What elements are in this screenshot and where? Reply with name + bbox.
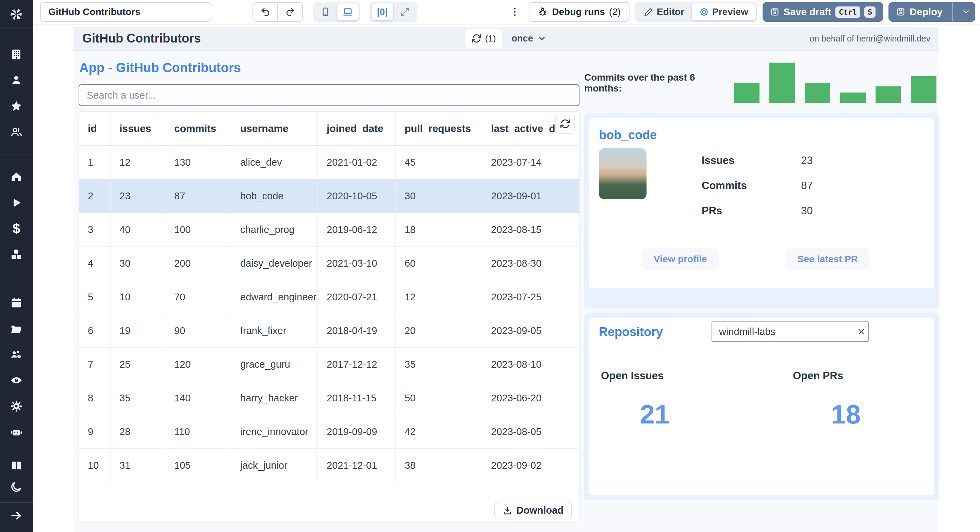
desktop-view-button[interactable] [337, 3, 359, 21]
table-cell: 20 [396, 314, 482, 347]
undo-button[interactable] [253, 2, 278, 22]
table-row[interactable]: 51070edward_engineer2020-07-21122023-07-… [79, 280, 579, 314]
refresh-icon [560, 118, 571, 129]
gear-icon [10, 400, 23, 413]
repository-title: Repository [599, 325, 663, 339]
table-cell: 2019-09-09 [318, 415, 396, 448]
sidebar-item-resources[interactable] [0, 241, 33, 267]
sidebar-item-groups[interactable] [0, 119, 33, 145]
table-row[interactable]: 430200daisy_developer2021-03-10602023-08… [79, 247, 579, 280]
table-cell: grace_guru [231, 348, 318, 381]
stat-row: Commits87 [702, 178, 892, 193]
redo-icon [285, 7, 295, 17]
table-cell: 30 [396, 179, 482, 213]
table-column-header[interactable]: issues [111, 111, 165, 145]
repository-input-wrap [711, 321, 869, 342]
sidebar-item-dark-mode[interactable] [0, 476, 33, 497]
see-latest-pr-button[interactable]: See latest PR [786, 248, 869, 270]
table-cell: 3 [79, 213, 111, 246]
table-row[interactable]: 835140harry_hacker2018-11-15502023-06-20 [79, 381, 579, 415]
layout-toggle: |0| [370, 2, 417, 22]
table-column-header[interactable]: pull_requests [396, 111, 482, 145]
sidebar-item-runs[interactable] [0, 190, 33, 216]
deploy-dropdown[interactable] [957, 8, 975, 16]
sidebar-item-variables[interactable]: $ [0, 216, 33, 241]
sidebar-item-folders[interactable] [0, 316, 33, 341]
sidebar-item-ai[interactable] [0, 419, 33, 445]
contributor-details: Issues23Commits87PRs30 [599, 148, 924, 218]
chart-bars [734, 63, 937, 103]
avatar-image [599, 148, 646, 199]
view-profile-button[interactable]: View profile [642, 248, 719, 270]
clear-input-button[interactable] [854, 327, 868, 336]
redo-button[interactable] [278, 2, 303, 22]
table-row[interactable]: 61990frank_fixer2018-04-19202023-09-05 [79, 314, 579, 348]
schedule-dropdown[interactable]: once [511, 33, 546, 44]
table-refresh-button[interactable] [555, 114, 575, 134]
sidebar-item-audit-logs[interactable] [0, 367, 33, 393]
table-cell: 31 [111, 449, 165, 482]
table-cell: 12 [396, 280, 482, 314]
search-input[interactable] [79, 84, 579, 106]
app-refresh-button[interactable]: (1) [466, 29, 502, 48]
fullscreen-button[interactable] [394, 3, 416, 21]
debug-runs-count: (2) [609, 6, 620, 17]
table-column-header[interactable]: username [231, 111, 318, 145]
sidebar-collapse-toggle[interactable] [0, 503, 33, 529]
table-cell: 140 [165, 381, 231, 414]
sidebar-item-settings[interactable] [0, 393, 33, 419]
table-cell: 42 [396, 415, 482, 448]
table-column-header[interactable]: id [79, 111, 111, 145]
download-button[interactable]: Download [495, 502, 572, 519]
sidebar-item-workspace[interactable] [0, 41, 33, 67]
editor-toolbar: |0| Debug runs (2) Editor Preview [33, 0, 980, 24]
table-row[interactable]: 112130alice_dev2021-01-02452023-07-14 [79, 146, 579, 179]
windmill-app-editor: $ [0, 0, 980, 532]
save-draft-button[interactable]: Save draft Ctrl S [762, 2, 883, 22]
editor-tab[interactable]: Editor [636, 3, 692, 21]
table-cell: 40 [111, 213, 165, 246]
sidebar-item-user[interactable] [0, 67, 33, 93]
table-cell: 2 [79, 179, 111, 213]
open-issues-label: Open Issues [601, 370, 663, 382]
table-row[interactable]: 22387bob_code2020-10-05302023-09-01 [79, 179, 579, 213]
open-issues-value: 21 [607, 399, 702, 430]
sidebar-divider [0, 154, 33, 154]
sidebar-item-docs[interactable] [0, 455, 33, 476]
more-options-button[interactable] [507, 6, 523, 17]
table-cell: 130 [165, 146, 231, 179]
table-column-header[interactable]: joined_date [318, 111, 396, 145]
desktop-icon [342, 6, 353, 17]
center-align-button[interactable]: |0| [372, 3, 393, 21]
contributor-name: bob_code [599, 128, 924, 142]
table-cell: harry_hacker [231, 381, 318, 414]
table-cell: 2018-04-19 [318, 314, 396, 347]
table-cell: 25 [111, 348, 165, 381]
table-row[interactable]: 1031105jack_junior2021-12-01382023-09-02 [79, 449, 579, 482]
debug-runs-button[interactable]: Debug runs (2) [529, 2, 630, 22]
app-name-input[interactable] [40, 2, 212, 22]
table-row[interactable]: 928110irene_innovator2019-09-09422023-08… [79, 415, 579, 449]
table-row[interactable]: 340100charlie_prog2019-06-12182023-08-15 [79, 213, 579, 247]
table-column-header[interactable]: commits [165, 111, 231, 145]
contributors-table: idissuescommitsusernamejoined_datepull_r… [79, 111, 579, 523]
sidebar-item-schedules[interactable] [0, 290, 33, 316]
repository-input[interactable] [712, 326, 854, 337]
table-cell: 2023-09-01 [482, 179, 579, 213]
sidebar-item-home[interactable] [0, 164, 33, 190]
table-cell: 10 [111, 280, 165, 314]
preview-tab[interactable]: Preview [692, 3, 756, 21]
calendar-icon [10, 296, 23, 309]
mobile-view-button[interactable] [314, 3, 336, 21]
table-cell: 2023-08-30 [482, 247, 579, 280]
windmill-logo[interactable] [0, 0, 33, 29]
table-row[interactable]: 725120grace_guru2017-12-12352023-08-10 [79, 348, 579, 381]
download-icon [503, 506, 512, 515]
table-cell: 2019-06-12 [318, 213, 396, 246]
table-cell: 28 [111, 415, 165, 448]
save-icon [896, 7, 905, 17]
deploy-button[interactable]: Deploy [888, 2, 975, 22]
sidebar-item-workers[interactable] [0, 341, 33, 367]
sidebar-item-favorites[interactable] [0, 93, 33, 119]
table-cell: 2023-09-05 [482, 314, 579, 347]
